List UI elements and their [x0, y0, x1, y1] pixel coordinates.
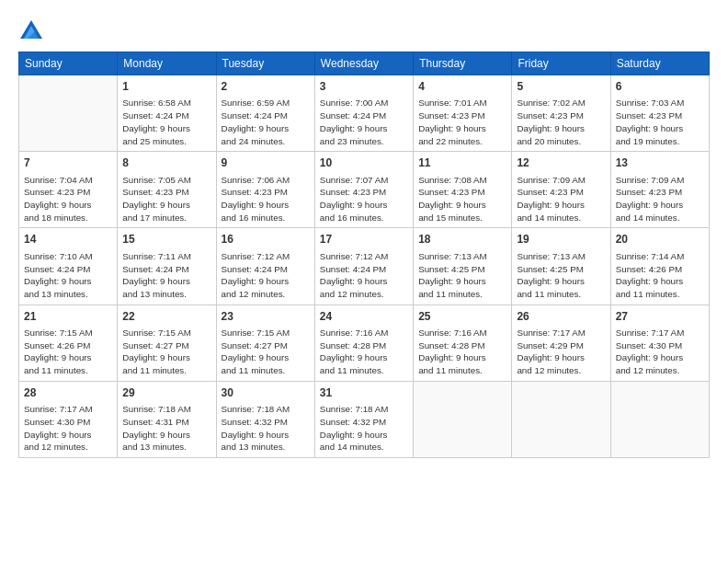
day-cell: 12Sunrise: 7:09 AMSunset: 4:23 PMDayligh… [512, 152, 610, 228]
day-info: Sunrise: 7:18 AMSunset: 4:32 PMDaylight:… [320, 403, 408, 454]
day-number: 25 [418, 309, 506, 325]
day-of-week-thursday: Thursday [414, 52, 512, 75]
day-cell: 29Sunrise: 7:18 AMSunset: 4:31 PMDayligh… [118, 381, 216, 457]
day-info: Sunrise: 7:03 AMSunset: 4:23 PMDaylight:… [616, 97, 704, 147]
logo [18, 18, 48, 44]
day-cell: 3Sunrise: 7:00 AMSunset: 4:24 PMDaylight… [314, 75, 413, 152]
day-cell: 18Sunrise: 7:13 AMSunset: 4:25 PMDayligh… [414, 228, 512, 304]
day-number: 12 [517, 155, 605, 171]
day-number: 19 [517, 232, 605, 247]
day-cell: 21Sunrise: 7:15 AMSunset: 4:26 PMDayligh… [19, 304, 118, 381]
day-number: 24 [320, 309, 408, 325]
logo-icon [18, 18, 44, 44]
day-info: Sunrise: 7:18 AMSunset: 4:32 PMDaylight:… [222, 403, 310, 454]
week-row-3: 21Sunrise: 7:15 AMSunset: 4:26 PMDayligh… [19, 304, 710, 381]
day-cell: 9Sunrise: 7:06 AMSunset: 4:23 PMDaylight… [216, 152, 314, 228]
day-info: Sunrise: 7:13 AMSunset: 4:25 PMDaylight:… [418, 250, 506, 301]
day-cell [414, 381, 512, 457]
day-number: 27 [616, 309, 704, 325]
week-row-0: 1Sunrise: 6:58 AMSunset: 4:24 PMDaylight… [19, 75, 710, 152]
day-number: 13 [616, 155, 704, 171]
day-number: 15 [122, 232, 210, 247]
day-number: 8 [122, 155, 210, 171]
day-cell: 22Sunrise: 7:15 AMSunset: 4:27 PMDayligh… [118, 304, 216, 381]
day-info: Sunrise: 7:01 AMSunset: 4:23 PMDaylight:… [418, 97, 506, 147]
day-number: 18 [418, 232, 506, 247]
day-number: 11 [418, 155, 506, 171]
day-info: Sunrise: 7:15 AMSunset: 4:27 PMDaylight:… [122, 327, 210, 377]
day-info: Sunrise: 7:14 AMSunset: 4:26 PMDaylight:… [616, 250, 704, 301]
day-cell [19, 75, 118, 152]
day-info: Sunrise: 7:02 AMSunset: 4:23 PMDaylight:… [517, 97, 605, 147]
calendar-table: SundayMondayTuesdayWednesdayThursdayFrid… [18, 52, 710, 458]
day-info: Sunrise: 7:00 AMSunset: 4:24 PMDaylight:… [320, 97, 408, 147]
day-info: Sunrise: 7:08 AMSunset: 4:23 PMDaylight:… [418, 174, 506, 224]
day-number: 2 [222, 79, 310, 95]
day-cell: 11Sunrise: 7:08 AMSunset: 4:23 PMDayligh… [414, 152, 512, 228]
day-number: 28 [24, 385, 112, 401]
day-number: 10 [320, 155, 408, 171]
day-info: Sunrise: 7:17 AMSunset: 4:29 PMDaylight:… [517, 327, 605, 377]
header [18, 15, 710, 44]
day-info: Sunrise: 7:17 AMSunset: 4:30 PMDaylight:… [24, 403, 112, 454]
header-row: SundayMondayTuesdayWednesdayThursdayFrid… [19, 52, 710, 75]
day-cell: 23Sunrise: 7:15 AMSunset: 4:27 PMDayligh… [216, 304, 314, 381]
day-number: 9 [222, 155, 310, 171]
day-number: 7 [24, 155, 112, 171]
day-cell: 15Sunrise: 7:11 AMSunset: 4:24 PMDayligh… [118, 228, 216, 304]
week-row-4: 28Sunrise: 7:17 AMSunset: 4:30 PMDayligh… [19, 381, 710, 457]
day-cell: 10Sunrise: 7:07 AMSunset: 4:23 PMDayligh… [314, 152, 413, 228]
day-cell: 13Sunrise: 7:09 AMSunset: 4:23 PMDayligh… [610, 152, 709, 228]
day-info: Sunrise: 6:58 AMSunset: 4:24 PMDaylight:… [122, 97, 210, 147]
day-cell: 1Sunrise: 6:58 AMSunset: 4:24 PMDaylight… [118, 75, 216, 152]
day-info: Sunrise: 7:13 AMSunset: 4:25 PMDaylight:… [517, 250, 605, 301]
day-cell: 5Sunrise: 7:02 AMSunset: 4:23 PMDaylight… [512, 75, 610, 152]
day-cell: 7Sunrise: 7:04 AMSunset: 4:23 PMDaylight… [19, 152, 118, 228]
week-row-1: 7Sunrise: 7:04 AMSunset: 4:23 PMDaylight… [19, 152, 710, 228]
day-cell: 28Sunrise: 7:17 AMSunset: 4:30 PMDayligh… [19, 381, 118, 457]
day-number: 21 [24, 309, 112, 325]
day-number: 23 [222, 309, 310, 325]
day-cell: 14Sunrise: 7:10 AMSunset: 4:24 PMDayligh… [19, 228, 118, 304]
day-cell: 2Sunrise: 6:59 AMSunset: 4:24 PMDaylight… [216, 75, 314, 152]
week-row-2: 14Sunrise: 7:10 AMSunset: 4:24 PMDayligh… [19, 228, 710, 304]
day-info: Sunrise: 7:09 AMSunset: 4:23 PMDaylight:… [616, 174, 704, 224]
day-number: 22 [122, 309, 210, 325]
day-info: Sunrise: 7:09 AMSunset: 4:23 PMDaylight:… [517, 174, 605, 224]
day-of-week-friday: Friday [512, 52, 610, 75]
day-cell: 6Sunrise: 7:03 AMSunset: 4:23 PMDaylight… [610, 75, 709, 152]
day-info: Sunrise: 7:06 AMSunset: 4:23 PMDaylight:… [222, 174, 310, 224]
day-info: Sunrise: 7:05 AMSunset: 4:23 PMDaylight:… [122, 174, 210, 224]
day-number: 16 [222, 232, 310, 247]
day-cell: 26Sunrise: 7:17 AMSunset: 4:29 PMDayligh… [512, 304, 610, 381]
day-number: 14 [24, 232, 112, 247]
day-info: Sunrise: 7:17 AMSunset: 4:30 PMDaylight:… [616, 327, 704, 377]
day-cell [610, 381, 709, 457]
day-info: Sunrise: 7:18 AMSunset: 4:31 PMDaylight:… [122, 403, 210, 454]
day-info: Sunrise: 7:15 AMSunset: 4:27 PMDaylight:… [222, 327, 310, 377]
day-cell: 27Sunrise: 7:17 AMSunset: 4:30 PMDayligh… [610, 304, 709, 381]
day-of-week-monday: Monday [118, 52, 216, 75]
day-cell: 31Sunrise: 7:18 AMSunset: 4:32 PMDayligh… [314, 381, 413, 457]
day-number: 1 [122, 79, 210, 95]
day-info: Sunrise: 7:04 AMSunset: 4:23 PMDaylight:… [24, 174, 112, 224]
day-info: Sunrise: 7:07 AMSunset: 4:23 PMDaylight:… [320, 174, 408, 224]
day-of-week-saturday: Saturday [610, 52, 709, 75]
calendar-body: 1Sunrise: 6:58 AMSunset: 4:24 PMDaylight… [19, 75, 710, 458]
day-number: 4 [418, 79, 506, 95]
calendar-header: SundayMondayTuesdayWednesdayThursdayFrid… [19, 52, 710, 75]
day-of-week-tuesday: Tuesday [216, 52, 314, 75]
day-number: 6 [616, 79, 704, 95]
day-info: Sunrise: 7:16 AMSunset: 4:28 PMDaylight:… [418, 327, 506, 377]
page: SundayMondayTuesdayWednesdayThursdayFrid… [0, 0, 728, 563]
day-info: Sunrise: 7:10 AMSunset: 4:24 PMDaylight:… [24, 250, 112, 301]
day-number: 5 [517, 79, 605, 95]
day-cell: 24Sunrise: 7:16 AMSunset: 4:28 PMDayligh… [314, 304, 413, 381]
day-cell: 25Sunrise: 7:16 AMSunset: 4:28 PMDayligh… [414, 304, 512, 381]
day-cell: 17Sunrise: 7:12 AMSunset: 4:24 PMDayligh… [314, 228, 413, 304]
day-cell: 4Sunrise: 7:01 AMSunset: 4:23 PMDaylight… [414, 75, 512, 152]
day-cell: 20Sunrise: 7:14 AMSunset: 4:26 PMDayligh… [610, 228, 709, 304]
day-info: Sunrise: 6:59 AMSunset: 4:24 PMDaylight:… [222, 97, 310, 147]
day-number: 30 [222, 385, 310, 401]
day-cell [512, 381, 610, 457]
